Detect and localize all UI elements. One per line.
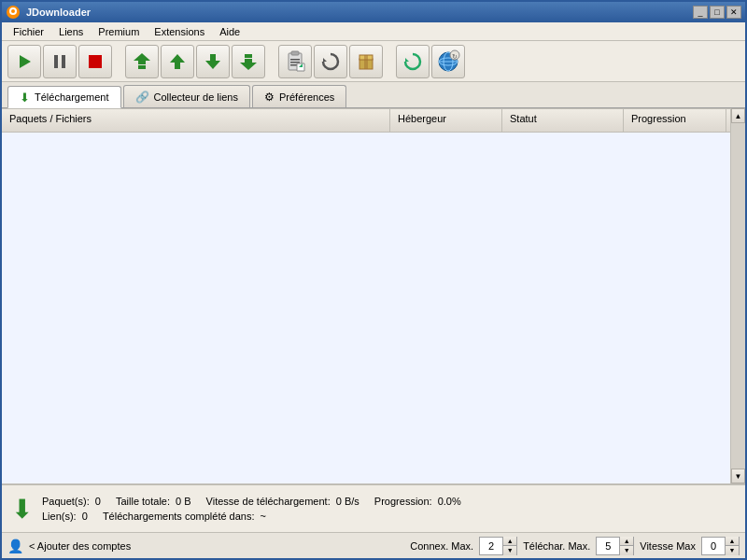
svg-marker-24 <box>405 58 409 62</box>
status-download-icon: ⬇ <box>11 494 33 525</box>
svg-marker-11 <box>240 59 257 70</box>
menu-premium[interactable]: Premium <box>91 24 147 39</box>
svg-rect-14 <box>291 51 299 55</box>
title-controls: _ □ ✕ <box>693 6 741 19</box>
bottom-bar: 👤 < Ajouter des comptes Connex. Max. 2 ▲… <box>2 532 745 558</box>
up-all-button[interactable] <box>125 45 159 78</box>
status-progression-value: 0.0% <box>438 496 461 507</box>
status-complete-value: ~ <box>261 511 266 522</box>
status-row-2: Lien(s): 0 Téléchargements complété dans… <box>42 511 736 522</box>
connex-max-label: Connex. Max. <box>410 540 473 552</box>
telechar-max-spinner[interactable]: 5 ▲ ▼ <box>596 537 634 555</box>
play-button[interactable] <box>7 45 41 78</box>
svg-rect-17 <box>290 64 297 66</box>
status-paquets-value: 0 <box>95 496 101 507</box>
telechar-max-down[interactable]: ▼ <box>620 546 633 555</box>
svg-rect-5 <box>62 55 65 68</box>
package-button[interactable] <box>349 45 383 78</box>
menu-extensions[interactable]: Extensions <box>147 24 212 39</box>
col-header-progress: Progression <box>624 109 726 132</box>
status-complete-label: Téléchargements complété dans: ~ <box>103 511 266 522</box>
tab-preferences[interactable]: ⚙ Préférences <box>252 85 346 107</box>
connex-max-up[interactable]: ▲ <box>503 537 516 546</box>
minimize-button[interactable]: _ <box>693 6 708 19</box>
title-bar-left: JDownloader <box>6 5 91 20</box>
clipboard-button[interactable] <box>278 45 312 78</box>
tab-preferences-icon: ⚙ <box>264 91 275 104</box>
svg-rect-4 <box>54 55 58 68</box>
vitesse-max-arrows[interactable]: ▲ ▼ <box>725 537 739 555</box>
menu-bar: Fichier Liens Premium Extensions Aide <box>2 22 745 41</box>
col-header-host: Hébergeur <box>390 109 502 132</box>
svg-marker-20 <box>323 58 327 62</box>
window-title: JDownloader <box>26 7 91 18</box>
status-taille-value: 0 B <box>176 496 191 507</box>
svg-rect-23 <box>364 55 368 69</box>
reconnect-button[interactable]: ↻ <box>431 45 465 78</box>
up-button[interactable] <box>161 45 194 78</box>
svg-rect-15 <box>290 59 300 61</box>
main-content: Paquets / Fichiers Hébergeur Statut Prog… <box>2 108 745 483</box>
stop-button[interactable] <box>78 45 112 78</box>
menu-aide[interactable]: Aide <box>212 24 247 39</box>
status-vitesse-label: Vitesse de téléchargement: 0 B/s <box>206 496 359 507</box>
status-liens-label: Lien(s): 0 <box>42 511 88 522</box>
svg-marker-3 <box>20 55 31 68</box>
status-row-1: Paquet(s): 0 Taille totale: 0 B Vitesse … <box>42 496 736 507</box>
menu-liens[interactable]: Liens <box>51 24 91 39</box>
tab-collecteur[interactable]: 🔗 Collecteur de liens <box>123 85 251 107</box>
account-icon: 👤 <box>7 539 23 553</box>
vitesse-max-spinner[interactable]: 0 ▲ ▼ <box>701 537 740 555</box>
app-icon <box>6 5 21 20</box>
scroll-down-arrow[interactable]: ▼ <box>731 469 745 483</box>
vitesse-max-down[interactable]: ▼ <box>726 546 739 555</box>
status-progression-label: Progression: 0.0% <box>374 496 461 507</box>
scroll-track <box>731 123 745 469</box>
maximize-button[interactable]: □ <box>710 6 725 19</box>
connex-max-arrows[interactable]: ▲ ▼ <box>502 537 516 555</box>
tab-telecharge[interactable]: ⬇ Téléchargement <box>7 86 121 108</box>
telechar-max-arrows[interactable]: ▲ ▼ <box>619 537 633 555</box>
table-header: Paquets / Fichiers Hébergeur Statut Prog… <box>2 108 745 133</box>
tab-telecharge-icon: ⬇ <box>20 91 30 105</box>
down-button[interactable] <box>196 45 230 78</box>
tab-telecharge-label: Téléchargement <box>35 91 109 103</box>
add-account-button[interactable]: < Ajouter des comptes <box>29 540 131 552</box>
menu-fichier[interactable]: Fichier <box>6 24 51 39</box>
svg-point-2 <box>11 9 15 13</box>
svg-rect-8 <box>138 65 146 69</box>
pause-button[interactable] <box>43 45 77 78</box>
svg-marker-9 <box>170 54 185 69</box>
svg-text:↻: ↻ <box>452 52 458 59</box>
status-liens-value: 0 <box>82 511 88 522</box>
status-bar: ⬇ Paquet(s): 0 Taille totale: 0 B Vitess… <box>2 483 745 532</box>
scrollbar[interactable]: ▲ ▼ <box>730 108 745 483</box>
telechar-max-label: Téléchar. Max. <box>523 540 590 552</box>
title-bar: JDownloader _ □ ✕ <box>2 2 745 22</box>
telechar-max-value: 5 <box>597 540 619 552</box>
refresh-button[interactable] <box>314 45 347 78</box>
tab-collecteur-icon: 🔗 <box>135 91 149 104</box>
tab-collecteur-label: Collecteur de liens <box>154 91 239 103</box>
col-header-status: Statut <box>502 109 624 132</box>
svg-rect-12 <box>245 54 252 58</box>
refresh2-button[interactable] <box>396 45 430 78</box>
tab-preferences-label: Préférences <box>279 91 334 103</box>
down-all-button[interactable] <box>232 45 265 78</box>
scroll-up-arrow[interactable]: ▲ <box>731 108 745 123</box>
vitesse-max-up[interactable]: ▲ <box>726 537 739 546</box>
status-vitesse-value: 0 B/s <box>336 496 359 507</box>
svg-marker-10 <box>205 54 220 69</box>
telechar-max-up[interactable]: ▲ <box>620 537 633 546</box>
svg-marker-7 <box>134 53 150 64</box>
status-taille-label: Taille totale: 0 B <box>116 496 191 507</box>
connex-max-down[interactable]: ▼ <box>503 546 516 555</box>
connex-max-spinner[interactable]: 2 ▲ ▼ <box>479 537 517 555</box>
svg-rect-6 <box>89 55 102 68</box>
status-paquets-label: Paquet(s): 0 <box>42 496 101 507</box>
close-button[interactable]: ✕ <box>726 6 741 19</box>
status-info: Paquet(s): 0 Taille totale: 0 B Vitesse … <box>42 496 736 522</box>
tab-bar: ⬇ Téléchargement 🔗 Collecteur de liens ⚙… <box>2 82 745 108</box>
svg-rect-16 <box>290 62 300 63</box>
col-header-name: Paquets / Fichiers <box>2 109 390 132</box>
